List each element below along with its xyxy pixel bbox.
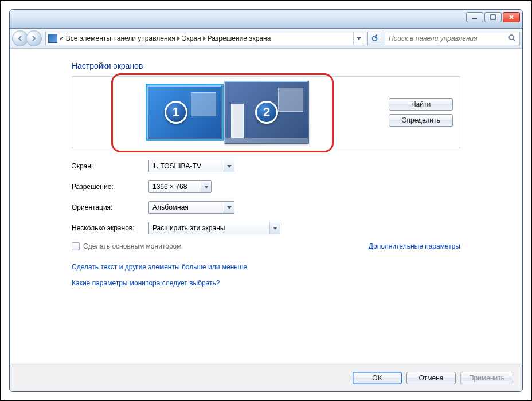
display-select[interactable]: 1. TOSHIBA-TV: [148, 160, 234, 172]
monitor-1[interactable]: 1: [147, 85, 222, 139]
text-size-link[interactable]: Сделать текст и другие элементы больше и…: [72, 263, 460, 271]
chevron-right-icon: [177, 36, 180, 41]
breadcrumb-seg-1[interactable]: Экран: [182, 34, 201, 42]
refresh-button[interactable]: [367, 32, 381, 45]
resolution-label: Разрешение:: [72, 183, 148, 191]
orientation-select-value: Альбомная: [152, 203, 189, 211]
display-select-value: 1. TOSHIBA-TV: [152, 162, 201, 170]
close-button[interactable]: [503, 12, 520, 22]
primary-monitor-checkbox[interactable]: [72, 242, 80, 250]
apply-button[interactable]: Применить: [460, 372, 513, 384]
orientation-select[interactable]: Альбомная: [148, 201, 234, 214]
primary-monitor-checkbox-label: Сделать основным монитором: [83, 242, 182, 250]
advanced-settings-link[interactable]: Дополнительные параметры: [369, 242, 460, 250]
chevron-down-icon: [224, 160, 234, 172]
multi-display-select[interactable]: Расширить эти экраны: [148, 222, 280, 234]
monitor-decor-icon: [191, 92, 216, 116]
control-panel-icon: [48, 34, 57, 43]
search-icon: [508, 34, 516, 44]
svg-rect-0: [472, 18, 477, 19]
nav-forward-button[interactable]: [26, 30, 42, 46]
breadcrumb-seg-0[interactable]: Все элементы панели управления: [66, 34, 175, 42]
monitor-badge: 1: [165, 101, 187, 124]
monitors-area[interactable]: 1 2: [79, 81, 377, 144]
cancel-button[interactable]: Отмена: [406, 372, 456, 384]
screen-resolution-window: « Все элементы панели управления Экран Р…: [9, 9, 523, 392]
page-title: Настройки экранов: [72, 61, 460, 70]
display-label: Экран:: [72, 162, 148, 170]
content-area: Настройки экранов 1 2 Найти Определить: [10, 49, 522, 364]
multi-display-label: Несколько экранов:: [72, 224, 148, 232]
minimize-button[interactable]: [466, 12, 483, 22]
chevron-down-icon: [201, 181, 211, 192]
orientation-label: Ориентация:: [72, 203, 148, 211]
svg-point-2: [509, 35, 514, 40]
search-box[interactable]: [385, 32, 520, 45]
breadcrumb-seg-2[interactable]: Разрешение экрана: [208, 34, 271, 42]
resolution-select[interactable]: 1366 × 768: [148, 180, 212, 193]
resolution-select-value: 1366 × 768: [152, 183, 187, 191]
settings-form: Экран: 1. TOSHIBA-TV Разрешение: 1366 × …: [72, 160, 460, 287]
svg-rect-1: [491, 15, 495, 19]
svg-line-3: [513, 39, 515, 41]
monitor-decor-icon: [231, 104, 244, 138]
detect-button[interactable]: Определить: [389, 114, 453, 127]
breadcrumb-history-button[interactable]: [353, 32, 363, 45]
search-input[interactable]: [389, 34, 508, 42]
dialog-button-bar: OK Отмена Применить: [10, 364, 522, 391]
chevron-right-icon: [203, 36, 206, 41]
breadcrumb-prefix: «: [60, 34, 64, 42]
which-params-link[interactable]: Какие параметры монитора следует выбрать…: [72, 279, 460, 287]
chevron-down-icon: [224, 202, 234, 213]
chevron-down-icon: [269, 222, 280, 234]
monitor-decor-icon: [278, 88, 303, 112]
ok-button[interactable]: OK: [353, 372, 402, 384]
display-arrangement-panel: 1 2 Найти Определить: [72, 76, 460, 148]
navbar: « Все элементы панели управления Экран Р…: [10, 28, 522, 49]
monitor-badge: 2: [255, 101, 278, 124]
breadcrumb[interactable]: « Все элементы панели управления Экран Р…: [45, 32, 366, 45]
maximize-button[interactable]: [484, 12, 502, 22]
find-button[interactable]: Найти: [389, 98, 453, 111]
titlebar: [10, 10, 522, 28]
monitor-taskbar-icon: [225, 138, 308, 143]
monitor-2[interactable]: 2: [224, 81, 309, 144]
multi-display-select-value: Расширить эти экраны: [152, 224, 225, 232]
